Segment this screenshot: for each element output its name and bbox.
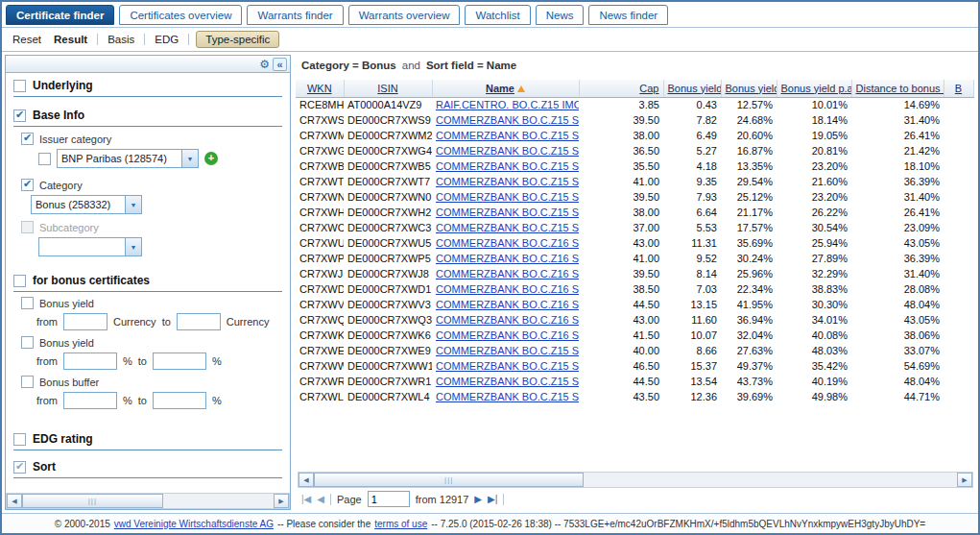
sidebar-horizontal-scrollbar[interactable]: ◀ ||| ▶	[6, 493, 290, 509]
instrument-link[interactable]: COMMERZBANK BO.C.Z15 SYV	[436, 160, 579, 172]
edg-rating-checkbox[interactable]	[13, 433, 26, 446]
column-header-wkn[interactable]: WKN	[296, 80, 344, 97]
instrument-link[interactable]: COMMERZBANK BO.C.Z16 SYV	[436, 253, 579, 264]
column-header-name-label[interactable]: Name	[486, 83, 514, 94]
subcategory-label: Subcategory	[39, 222, 99, 233]
scroll-left-icon[interactable]: ◀	[299, 473, 314, 487]
tab-watchlist[interactable]: Watchlist	[465, 5, 530, 25]
instrument-link[interactable]: COMMERZBANK BO.C.Z15 SYV	[436, 176, 579, 187]
column-header-distance-label[interactable]: Distance to bonus level	[856, 83, 944, 94]
cell-isin: DE000CR7XWQ3	[344, 312, 432, 328]
last-page-icon[interactable]: ▶|	[488, 494, 497, 504]
sort-checkbox[interactable]	[13, 461, 26, 474]
bonus-yield-currency-from-input[interactable]	[63, 313, 108, 330]
next-page-icon[interactable]: ▶	[474, 494, 482, 504]
issuer-item-checkbox[interactable]	[38, 153, 51, 165]
vwd-link[interactable]: vwd Vereinigte Wirtschaftsdienste AG	[114, 519, 274, 529]
cell-bonus-yield-pct: 25.96%	[721, 266, 777, 281]
issuer-category-checkbox[interactable]	[21, 133, 34, 145]
instrument-link[interactable]: RAIF.CENTRO. BO.C.Z15 IMO	[436, 99, 579, 110]
cell-cutoff	[944, 266, 973, 281]
page-number-input[interactable]	[368, 491, 410, 507]
subcategory-checkbox[interactable]	[21, 221, 34, 233]
bonus-buffer-checkbox[interactable]	[21, 376, 34, 388]
bonus-yield-pct-checkbox[interactable]	[21, 336, 34, 349]
bonus-yield-pct-from-input[interactable]	[63, 353, 117, 370]
bonus-yield-currency-to-input[interactable]	[177, 313, 221, 330]
column-header-bonus-yield-pct[interactable]: Bonus yield	[721, 80, 777, 97]
category-dropdown[interactable]: Bonus (258332) ▼	[31, 195, 142, 214]
subtab-reset[interactable]: Reset	[10, 32, 44, 47]
column-header-cutoff[interactable]: B	[944, 80, 973, 97]
instrument-link[interactable]: COMMERZBANK BO.C.Z16 SYV	[436, 299, 579, 310]
column-header-bonus-yield-pa-label[interactable]: Bonus yield p.a.	[781, 83, 852, 94]
bonus-yield-currency-checkbox[interactable]	[21, 297, 34, 309]
column-header-wkn-label[interactable]: WKN	[307, 83, 332, 94]
scroll-left-icon[interactable]: ◀	[7, 494, 22, 508]
bonus-buffer-row: Bonus buffer	[21, 376, 282, 388]
subcategory-dropdown[interactable]: ▼	[38, 237, 142, 256]
subtab-type-specific[interactable]: Type-specific	[196, 31, 279, 48]
tab-warrants-finder[interactable]: Warrants finder	[247, 5, 343, 25]
instrument-link[interactable]: COMMERZBANK BO.C.Z16 SYV	[436, 237, 579, 249]
tab-news[interactable]: News	[536, 5, 585, 25]
column-header-bonus-yield[interactable]: Bonus yield	[663, 80, 721, 97]
instrument-link[interactable]: COMMERZBANK BO.C.Z16 SYV	[436, 268, 579, 280]
scroll-right-icon[interactable]: ▶	[957, 473, 972, 487]
instrument-link[interactable]: COMMERZBANK BO.C.Z15 SYV	[436, 391, 579, 402]
terms-of-use-link[interactable]: terms of use	[374, 519, 427, 529]
instrument-link[interactable]: COMMERZBANK BO.C.Z16 SYV	[436, 283, 579, 295]
prev-page-icon[interactable]: ◀	[317, 494, 324, 504]
instrument-link[interactable]: COMMERZBANK BO.C.Z16 SYV	[436, 314, 579, 326]
column-header-cutoff-label[interactable]: B	[955, 83, 962, 94]
tab-certificates-overview[interactable]: Certificates overview	[119, 5, 242, 25]
category-checkbox[interactable]	[21, 179, 34, 191]
tab-warrants-overview[interactable]: Warrants overview	[348, 5, 461, 25]
gear-icon[interactable]: ⚙	[259, 59, 270, 70]
column-header-cap-label[interactable]: Cap	[639, 83, 658, 94]
scrollbar-thumb[interactable]: |||	[22, 494, 163, 508]
instrument-link[interactable]: COMMERZBANK BO.C.Z15 SYV	[436, 114, 579, 126]
underlying-checkbox[interactable]	[13, 80, 26, 92]
cell-isin: DE000CR7XWR1	[344, 374, 432, 389]
issuer-dropdown[interactable]: BNP Paribas (128574) ▼	[57, 149, 199, 168]
column-header-distance[interactable]: Distance to bonus level	[851, 80, 944, 97]
bonus-buffer-to-input[interactable]	[153, 392, 206, 409]
scrollbar-track[interactable]: |||	[22, 494, 274, 508]
add-issuer-icon[interactable]: +	[204, 152, 218, 165]
tab-news-finder[interactable]: News finder	[588, 5, 668, 25]
scrollbar-thumb[interactable]: |||	[314, 473, 584, 487]
column-header-isin-label[interactable]: ISIN	[377, 83, 397, 94]
cell-wkn: CR7XWM	[296, 128, 344, 143]
instrument-link[interactable]: COMMERZBANK BO.C.Z15 SYV	[436, 191, 579, 203]
instrument-link[interactable]: COMMERZBANK BO.C.Z15 SYV	[436, 207, 579, 218]
instrument-link[interactable]: COMMERZBANK BO.C.Z16 SYV	[436, 329, 579, 341]
tab-certificate-finder[interactable]: Certificate finder	[6, 5, 114, 25]
cell-distance: 14.69%	[851, 97, 944, 112]
bonus-yield-pct-to-input[interactable]	[153, 353, 206, 370]
column-header-name[interactable]: Name	[432, 80, 579, 97]
collapse-panel-icon[interactable]: «	[273, 58, 287, 71]
subtab-result[interactable]: Result	[51, 32, 90, 47]
bonus-certificates-checkbox[interactable]	[13, 275, 26, 287]
instrument-link[interactable]: COMMERZBANK BO.C.Z15 SYV	[436, 360, 579, 372]
column-header-isin[interactable]: ISIN	[344, 80, 432, 97]
column-header-bonus-yield-label[interactable]: Bonus yield	[668, 83, 722, 94]
instrument-link[interactable]: COMMERZBANK BO.C.Z15 SYV	[436, 376, 579, 387]
table-horizontal-scrollbar[interactable]: ◀ ||| ▶	[298, 472, 973, 488]
instrument-link[interactable]: COMMERZBANK BO.C.Z15 SYV	[436, 130, 579, 141]
instrument-link[interactable]: COMMERZBANK BO.C.Z15 SYV	[436, 345, 579, 356]
scrollbar-track[interactable]: |||	[314, 473, 957, 487]
column-header-cap[interactable]: Cap	[579, 80, 663, 97]
first-page-icon[interactable]: |◀	[301, 494, 311, 504]
scroll-right-icon[interactable]: ▶	[274, 494, 289, 508]
column-header-bonus-yield-pa[interactable]: Bonus yield p.a.	[777, 80, 851, 97]
instrument-link[interactable]: COMMERZBANK BO.C.Z15 SYV	[436, 222, 579, 233]
subtab-basis[interactable]: Basis	[105, 32, 137, 47]
bonus-buffer-from-input[interactable]	[63, 392, 117, 409]
instrument-link[interactable]: COMMERZBANK BO.C.Z15 SYV	[436, 145, 579, 157]
cell-bonus-yield-pct: 30.24%	[721, 251, 777, 266]
base-info-checkbox[interactable]	[13, 109, 26, 122]
column-header-bonus-yield-pct-label[interactable]: Bonus yield	[726, 83, 777, 94]
subtab-edg[interactable]: EDG	[152, 32, 181, 47]
